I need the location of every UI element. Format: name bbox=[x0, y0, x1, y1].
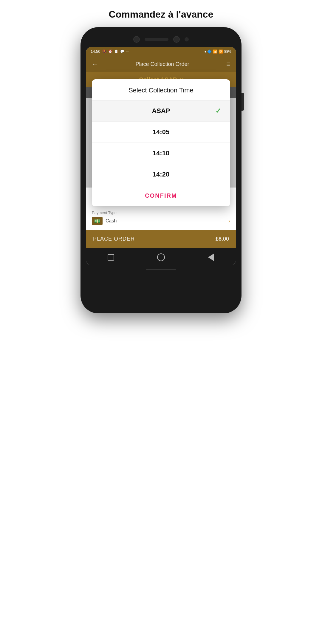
confirm-button[interactable]: CONFIRM bbox=[92, 185, 230, 206]
square-icon bbox=[108, 254, 114, 261]
check-icon: ✓ bbox=[215, 107, 221, 115]
place-order-price: £8.00 bbox=[216, 236, 229, 242]
bottom-nav bbox=[86, 248, 236, 265]
more-icon: ··· bbox=[126, 50, 129, 53]
front-camera-right bbox=[173, 36, 180, 43]
modal-title: Select Collection Time bbox=[92, 79, 230, 100]
battery-display: 88% bbox=[224, 49, 231, 54]
phone-bottom-bar bbox=[86, 265, 236, 272]
alarm-icon: ⏰ bbox=[108, 49, 112, 53]
whatsapp-icon: 💬 bbox=[120, 49, 124, 53]
notes-icon: 📋 bbox=[114, 49, 118, 53]
triangle-icon bbox=[208, 253, 214, 261]
side-button bbox=[242, 93, 244, 111]
wifi-icon: 🛜 bbox=[219, 49, 223, 54]
time-option-1420[interactable]: 14:20 bbox=[92, 164, 230, 185]
time-option-1405-label: 14:05 bbox=[153, 128, 169, 136]
phone-mic bbox=[185, 37, 189, 41]
nav-title: Place Collection Order bbox=[136, 61, 189, 67]
silent-icon: 🔕 bbox=[102, 49, 106, 53]
time-option-asap-label: ASAP bbox=[152, 107, 170, 115]
payment-row[interactable]: 💵 Cash › bbox=[92, 217, 230, 225]
time-option-1410-label: 14:10 bbox=[153, 149, 169, 157]
status-left: 14:50 🔕 ⏰ 📋 💬 ··· bbox=[91, 49, 129, 54]
time-display: 14:50 bbox=[91, 49, 100, 54]
select-time-modal: Select Collection Time ASAP ✓ 14:05 1 bbox=[92, 79, 230, 206]
payment-label: Payment Type bbox=[92, 210, 230, 215]
payment-chevron-icon: › bbox=[228, 218, 230, 224]
time-option-1410[interactable]: 14:10 bbox=[92, 143, 230, 164]
status-right: ◂ 🔷 📶 🛜 88% bbox=[204, 49, 231, 54]
page-title: Commandez à l'avance bbox=[103, 9, 219, 20]
phone-frame: 14:50 🔕 ⏰ 📋 💬 ··· ◂ 🔷 📶 🛜 88% ← bbox=[80, 27, 242, 313]
home-button[interactable] bbox=[106, 253, 115, 262]
place-order-label: PLACE ORDER bbox=[93, 236, 135, 242]
back-nav-button[interactable] bbox=[157, 253, 165, 262]
bluetooth-icon: 🔷 bbox=[207, 49, 212, 54]
time-option-1405[interactable]: 14:05 bbox=[92, 122, 230, 143]
circle-icon bbox=[157, 253, 165, 261]
payment-left: 💵 Cash bbox=[92, 217, 117, 225]
recent-apps-button[interactable] bbox=[207, 253, 216, 262]
front-camera-left bbox=[133, 36, 140, 43]
back-button[interactable]: ← bbox=[92, 60, 98, 68]
signal-icon: 📶 bbox=[213, 49, 217, 54]
phone-screen: 14:50 🔕 ⏰ 📋 💬 ··· ◂ 🔷 📶 🛜 88% ← bbox=[86, 47, 236, 265]
menu-button[interactable]: ≡ bbox=[226, 60, 230, 68]
time-option-1420-label: 14:20 bbox=[153, 171, 169, 178]
location-icon: ◂ bbox=[204, 49, 206, 54]
main-content: Lunch Special Large Roti (Flaky layers o… bbox=[86, 98, 236, 188]
phone-speaker bbox=[145, 38, 168, 41]
bottom-indicator bbox=[146, 269, 176, 270]
phone-top-bar bbox=[86, 33, 236, 47]
place-order-bar[interactable]: PLACE ORDER £8.00 bbox=[86, 230, 236, 248]
modal-overlay: Select Collection Time ASAP ✓ 14:05 1 bbox=[86, 98, 236, 188]
cash-icon: 💵 bbox=[92, 217, 103, 225]
time-option-asap[interactable]: ASAP ✓ bbox=[92, 100, 230, 122]
status-bar: 14:50 🔕 ⏰ 📋 💬 ··· ◂ 🔷 📶 🛜 88% bbox=[86, 47, 236, 56]
cash-label: Cash bbox=[106, 218, 117, 224]
nav-bar: ← Place Collection Order ≡ bbox=[86, 56, 236, 72]
